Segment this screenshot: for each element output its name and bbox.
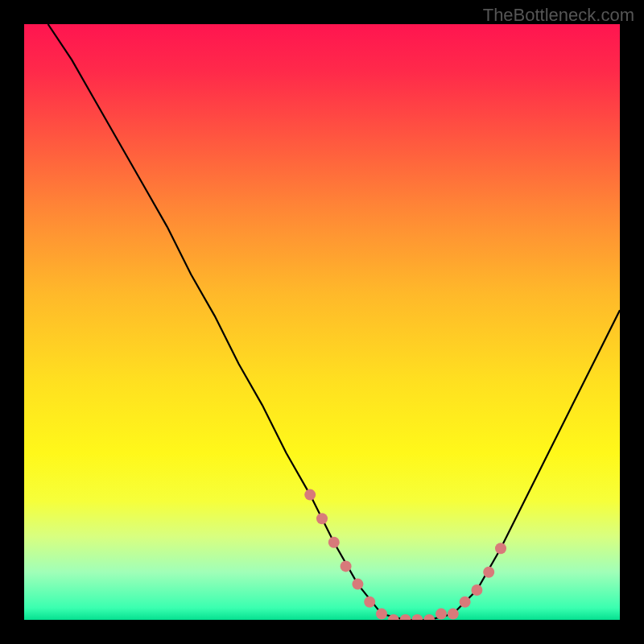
bottleneck-curve (48, 24, 620, 620)
highlight-dot (411, 614, 423, 620)
highlight-dots (304, 489, 506, 620)
highlight-dot (423, 614, 435, 620)
highlight-dot (352, 579, 363, 590)
chart-svg (24, 24, 620, 620)
highlight-dot (471, 584, 482, 596)
highlight-dot (304, 489, 316, 501)
highlight-dot (400, 614, 411, 620)
highlight-dot (495, 543, 506, 554)
highlight-dot (376, 609, 387, 620)
highlight-dot (460, 597, 471, 608)
highlight-dot (316, 513, 328, 524)
highlight-dot (448, 609, 459, 620)
highlight-dot (483, 567, 494, 578)
watermark-text: TheBottleneck.com (483, 5, 634, 26)
highlight-dot (328, 537, 340, 548)
highlight-dot (341, 560, 352, 572)
chart-plot (24, 24, 620, 620)
highlight-dot (436, 609, 447, 620)
highlight-dot (364, 597, 375, 608)
